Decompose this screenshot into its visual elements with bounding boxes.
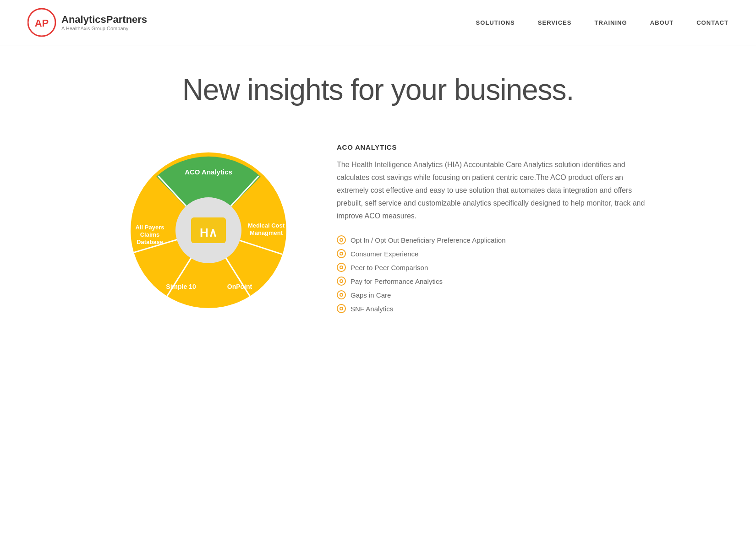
logo-name: AnalyticsPartners bbox=[61, 14, 147, 26]
list-item: Gaps in Care bbox=[337, 290, 648, 299]
bullet-text-1: Opt In / Opt Out Beneficiary Preference … bbox=[351, 236, 506, 244]
section-title: ACO ANALYTICS bbox=[337, 143, 648, 151]
list-item: SNF Analytics bbox=[337, 304, 648, 313]
nav-services[interactable]: SERVICES bbox=[538, 19, 572, 26]
svg-point-34 bbox=[340, 294, 342, 296]
svg-text:Simple 10: Simple 10 bbox=[166, 283, 196, 290]
bullet-text-5: Gaps in Care bbox=[351, 291, 391, 299]
bullet-text-4: Pay for Performance Analytics bbox=[351, 277, 443, 285]
hero-title: New insights for your business. bbox=[27, 73, 729, 107]
nav-solutions[interactable]: SOLUTIONS bbox=[476, 19, 515, 26]
list-item: Pay for Performance Analytics bbox=[337, 277, 648, 286]
nav-training[interactable]: TRAINING bbox=[595, 19, 627, 26]
bullet-icon-3 bbox=[337, 263, 346, 272]
svg-text:Claims: Claims bbox=[140, 231, 160, 238]
bullet-list: Opt In / Opt Out Beneficiary Preference … bbox=[337, 235, 648, 313]
bullet-icon-4 bbox=[337, 277, 346, 286]
main-nav: SOLUTIONS SERVICES TRAINING ABOUT CONTAC… bbox=[476, 19, 729, 26]
svg-text:Managment: Managment bbox=[250, 229, 283, 236]
svg-text:Medical Cost: Medical Cost bbox=[248, 222, 285, 229]
svg-text:AP: AP bbox=[35, 17, 49, 29]
bullet-icon-5 bbox=[337, 290, 346, 299]
svg-text:H∧: H∧ bbox=[200, 226, 217, 239]
logo-analytics: Analytics bbox=[61, 14, 106, 25]
nav-about[interactable]: ABOUT bbox=[650, 19, 674, 26]
main-content: H∧ ACO Analytics All Payers Claims Datab… bbox=[80, 125, 676, 354]
section-description: The Health Intelligence Analytics (HIA) … bbox=[337, 158, 648, 222]
svg-point-25 bbox=[340, 253, 342, 255]
bullet-icon-6 bbox=[337, 304, 346, 313]
svg-point-31 bbox=[340, 280, 342, 282]
header: AP AnalyticsPartners A HealthAxis Group … bbox=[0, 0, 756, 45]
svg-point-22 bbox=[340, 239, 342, 241]
pie-chart-container: H∧ ACO Analytics All Payers Claims Datab… bbox=[121, 143, 296, 317]
svg-text:OnPoint: OnPoint bbox=[227, 283, 252, 290]
logo-partners: Partners bbox=[106, 14, 147, 25]
svg-text:Database: Database bbox=[137, 239, 163, 245]
bullet-text-3: Peer to Peer Comparison bbox=[351, 264, 428, 271]
logo-icon: AP bbox=[27, 8, 56, 37]
logo-subtitle: A HealthAxis Group Company bbox=[61, 26, 147, 31]
list-item: Opt In / Opt Out Beneficiary Preference … bbox=[337, 235, 648, 244]
bullet-icon-1 bbox=[337, 235, 346, 244]
bullet-text-6: SNF Analytics bbox=[351, 305, 393, 313]
svg-text:All Payers: All Payers bbox=[136, 224, 164, 231]
logo-text: AnalyticsPartners A HealthAxis Group Com… bbox=[61, 14, 147, 31]
svg-text:ACO Analytics: ACO Analytics bbox=[185, 168, 232, 176]
logo-area: AP AnalyticsPartners A HealthAxis Group … bbox=[27, 8, 147, 37]
svg-point-37 bbox=[340, 308, 342, 309]
bullet-icon-2 bbox=[337, 249, 346, 258]
pie-chart-svg: H∧ ACO Analytics All Payers Claims Datab… bbox=[121, 143, 296, 317]
bullet-text-2: Consumer Experience bbox=[351, 250, 418, 258]
right-content: ACO ANALYTICS The Health Intelligence An… bbox=[337, 134, 648, 313]
hero-section: New insights for your business. bbox=[0, 45, 756, 125]
chart-area: H∧ ACO Analytics All Payers Claims Datab… bbox=[108, 134, 309, 326]
nav-contact[interactable]: CONTACT bbox=[696, 19, 729, 26]
list-item: Consumer Experience bbox=[337, 249, 648, 258]
svg-point-28 bbox=[340, 266, 342, 268]
list-item: Peer to Peer Comparison bbox=[337, 263, 648, 272]
